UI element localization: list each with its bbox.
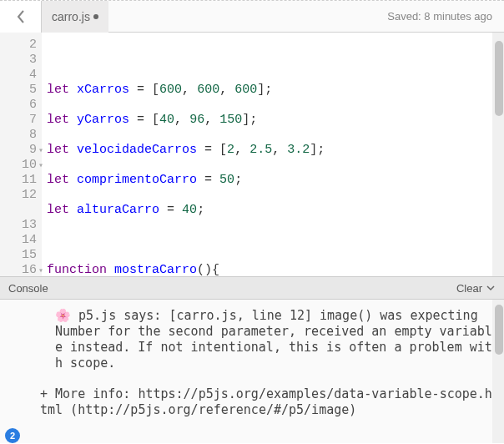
code-editor[interactable]: 2 3 4 5 6 7 8 9▾ 10▾ 11 12 13 14 15 16▾ … (0, 33, 504, 276)
code-area[interactable]: let xCarros = [600, 600, 600]; let yCarr… (42, 33, 504, 276)
editor-header: carro.js Saved: 8 minutes ago (0, 1, 504, 33)
console-scrollbar[interactable] (492, 300, 504, 443)
flower-icon: 🌸 (55, 308, 71, 323)
line-gutter: 2 3 4 5 6 7 8 9▾ 10▾ 11 12 13 14 15 16▾ (0, 33, 42, 276)
file-tab[interactable]: carro.js (42, 1, 108, 33)
back-button[interactable] (0, 1, 42, 33)
unsaved-indicator (93, 14, 98, 19)
console-header: Console Clear (0, 276, 504, 300)
error-count-badge[interactable]: 2 (5, 428, 20, 443)
editor-scrollbar[interactable] (492, 33, 504, 276)
chevron-down-icon (486, 283, 496, 293)
console-message: + More info: https://p5js.org/examples/d… (40, 386, 492, 418)
chevron-left-icon (17, 10, 25, 23)
fold-icon[interactable]: ▾ (38, 264, 43, 279)
fold-icon[interactable]: ▾ (38, 144, 43, 159)
console-message: 🌸 p5.js says: [carro.js, line 12] image(… (40, 308, 492, 371)
clear-label: Clear (456, 282, 482, 295)
console-title: Console (8, 282, 48, 295)
fold-icon[interactable]: ▾ (38, 159, 43, 174)
clear-button[interactable]: Clear (456, 282, 496, 295)
saved-status: Saved: 8 minutes ago (387, 10, 504, 23)
scrollbar-thumb[interactable] (495, 41, 503, 116)
scrollbar-thumb[interactable] (495, 305, 503, 355)
console-panel: 🌸 p5.js says: [carro.js, line 12] image(… (0, 300, 504, 443)
file-name: carro.js (52, 10, 90, 23)
